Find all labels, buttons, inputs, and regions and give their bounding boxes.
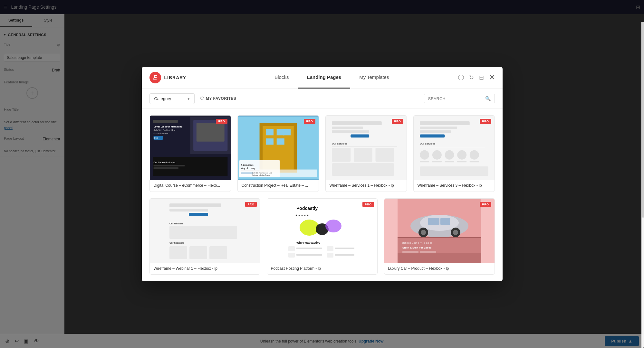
tab-landing-pages[interactable]: Landing Pages bbox=[298, 67, 350, 89]
library-logo: E bbox=[149, 72, 161, 83]
template-card-podcast[interactable]: PRO Podcastly. ★★★★★ Why bbox=[267, 198, 378, 275]
svg-rect-21 bbox=[276, 138, 284, 145]
svg-rect-13 bbox=[153, 167, 178, 169]
svg-rect-82 bbox=[327, 253, 333, 258]
template-card-construction[interactable]: PRO bbox=[237, 115, 319, 192]
svg-text:Our Services: Our Services bbox=[332, 142, 347, 145]
template-grid-row2: PRO Our Webinar Our Speakers bbox=[149, 198, 495, 275]
svg-point-89 bbox=[421, 230, 426, 235]
svg-rect-100 bbox=[398, 253, 481, 263]
modal-header: E LIBRARY Blocks Landing Pages My Templa… bbox=[142, 67, 503, 89]
template-label-podcast: Podcast Hosting Platform - lp bbox=[267, 263, 377, 275]
svg-rect-31 bbox=[332, 121, 381, 125]
svg-rect-20 bbox=[265, 138, 273, 145]
template-thumb-construction: PRO bbox=[238, 116, 319, 180]
svg-rect-52 bbox=[469, 150, 479, 160]
svg-rect-92 bbox=[428, 218, 439, 225]
svg-rect-56 bbox=[457, 161, 466, 162]
category-dropdown[interactable]: Category ▾ bbox=[149, 93, 195, 104]
svg-text:Podcastly.: Podcastly. bbox=[296, 206, 319, 211]
template-card-wireframe-services3[interactable]: PRO Our Services bbox=[413, 115, 495, 192]
svg-text:★★★★★: ★★★★★ bbox=[295, 213, 309, 217]
template-label-wireframe-webinar: Wireframe – Webinar 1 – Flexbox - lp bbox=[150, 263, 260, 275]
template-thumb-digital-course: PRO Level Up Your Marketing Skills With … bbox=[150, 116, 231, 180]
svg-rect-55 bbox=[445, 161, 454, 162]
svg-rect-17 bbox=[265, 129, 273, 135]
template-card-digital-course[interactable]: PRO Level Up Your Marketing Skills With … bbox=[149, 115, 231, 192]
template-thumb-luxury-car: PRO bbox=[384, 199, 495, 263]
svg-rect-9 bbox=[196, 123, 224, 142]
template-grid-row1: PRO Level Up Your Marketing Skills With … bbox=[149, 115, 495, 192]
svg-rect-49 bbox=[432, 150, 441, 160]
svg-rect-54 bbox=[432, 161, 441, 162]
library-title: LIBRARY bbox=[164, 75, 187, 80]
svg-text:Our Webinar: Our Webinar bbox=[169, 222, 183, 225]
svg-rect-95 bbox=[398, 237, 481, 238]
modal-toolbar: Category ▾ ♡ MY FAVORITES 🔍 bbox=[142, 89, 503, 109]
search-input[interactable] bbox=[428, 96, 483, 101]
svg-rect-10 bbox=[153, 157, 227, 176]
svg-rect-77 bbox=[296, 248, 322, 249]
svg-rect-42 bbox=[420, 121, 469, 125]
svg-rect-83 bbox=[335, 254, 354, 256]
svg-rect-32 bbox=[332, 127, 363, 129]
svg-text:Sleek & Built For Speed: Sleek & Built For Speed bbox=[402, 246, 431, 249]
svg-rect-93 bbox=[440, 218, 450, 225]
template-card-luxury-car[interactable]: PRO bbox=[384, 198, 495, 275]
svg-rect-76 bbox=[288, 246, 295, 251]
svg-rect-43 bbox=[420, 127, 457, 129]
svg-rect-33 bbox=[332, 130, 369, 133]
svg-text:INTRODUCING THE GO25: INTRODUCING THE GO25 bbox=[402, 242, 433, 244]
heart-icon: ♡ bbox=[200, 96, 204, 101]
search-icon: 🔍 bbox=[485, 96, 491, 101]
template-label-wireframe-services1: Wireframe – Services 1 – Flexbox - lp bbox=[326, 180, 407, 192]
svg-rect-48 bbox=[420, 150, 429, 160]
modal-tabs: Blocks Landing Pages My Templates bbox=[206, 67, 458, 89]
save-icon[interactable]: ⊟ bbox=[479, 74, 484, 81]
svg-text:Course Anywhere: Course Anywhere bbox=[153, 132, 168, 134]
refresh-icon[interactable]: ↻ bbox=[469, 74, 474, 81]
pro-badge: PRO bbox=[480, 119, 491, 124]
info-icon[interactable]: ⓘ bbox=[458, 74, 464, 81]
favorites-button[interactable]: ♡ MY FAVORITES bbox=[200, 96, 236, 101]
favorites-label: MY FAVORITES bbox=[206, 96, 236, 101]
library-modal: E LIBRARY Blocks Landing Pages My Templa… bbox=[142, 67, 503, 281]
pro-badge: PRO bbox=[392, 119, 403, 124]
svg-point-91 bbox=[453, 230, 458, 235]
svg-rect-51 bbox=[457, 150, 466, 160]
svg-text:A Luxurious: A Luxurious bbox=[241, 164, 253, 166]
template-card-wireframe-services1[interactable]: PRO Our Services bbox=[325, 115, 407, 192]
template-thumb-wireframe-services1: PRO Our Services bbox=[326, 116, 407, 180]
svg-point-74 bbox=[325, 220, 341, 232]
svg-text:Level Up Your Marketing: Level Up Your Marketing bbox=[153, 125, 182, 128]
svg-rect-60 bbox=[169, 203, 221, 207]
search-box: 🔍 bbox=[424, 94, 495, 103]
svg-rect-47 bbox=[420, 148, 485, 148]
svg-rect-1 bbox=[153, 120, 178, 123]
svg-rect-68 bbox=[209, 246, 227, 259]
svg-text:Skills With The Best 3-Day: Skills With The Best 3-Day bbox=[153, 129, 175, 131]
tab-blocks[interactable]: Blocks bbox=[265, 67, 298, 89]
modal-content: PRO Level Up Your Marketing Skills With … bbox=[142, 109, 503, 281]
svg-rect-38 bbox=[353, 148, 372, 162]
svg-text:Only 30 Apartments Left: Only 30 Apartments Left bbox=[252, 172, 272, 174]
svg-rect-39 bbox=[375, 148, 394, 162]
svg-text:Our Speakers: Our Speakers bbox=[169, 242, 184, 244]
svg-rect-44 bbox=[420, 130, 451, 133]
svg-rect-62 bbox=[189, 213, 208, 216]
tab-my-templates[interactable]: My Templates bbox=[350, 67, 398, 89]
svg-rect-78 bbox=[288, 253, 295, 258]
svg-rect-61 bbox=[169, 209, 208, 212]
svg-text:Welcome to Babsy Towers: Welcome to Babsy Towers bbox=[252, 174, 270, 176]
svg-rect-79 bbox=[296, 254, 322, 256]
template-card-wireframe-webinar[interactable]: PRO Our Webinar Our Speakers bbox=[149, 198, 260, 275]
svg-text:Way of Living: Way of Living bbox=[241, 167, 255, 170]
close-button[interactable]: ✕ bbox=[489, 73, 495, 82]
pro-badge: PRO bbox=[216, 119, 227, 124]
category-label: Category bbox=[154, 96, 171, 101]
svg-rect-36 bbox=[332, 146, 397, 146]
template-label-digital-course: Digital Course – eCommerce – Flexb... bbox=[150, 180, 231, 192]
svg-rect-66 bbox=[169, 246, 187, 259]
svg-text:Why Poadcastly?: Why Poadcastly? bbox=[296, 241, 321, 244]
svg-rect-50 bbox=[445, 150, 454, 160]
